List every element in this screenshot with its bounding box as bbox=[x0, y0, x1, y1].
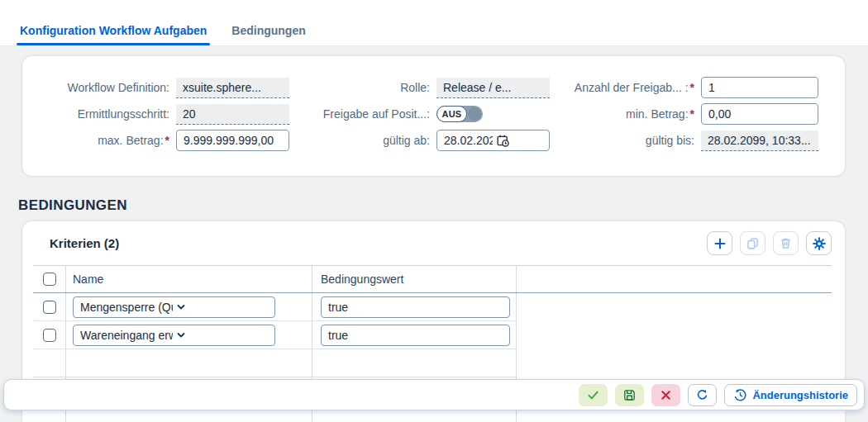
chevron-down-icon bbox=[176, 330, 269, 340]
kriterien-toolbar bbox=[707, 231, 832, 255]
gueltig-ab-value: 28.02.2024, ... bbox=[444, 134, 493, 147]
max-betrag-input[interactable] bbox=[176, 130, 289, 151]
empty-cell bbox=[66, 349, 312, 377]
delete-row-button[interactable] bbox=[773, 231, 799, 255]
row-name-cell: Wareneingang erwartet (GoodsRece... bbox=[66, 321, 312, 349]
tab-bar: Konfiguration Workflow Aufgaben Bedingun… bbox=[0, 0, 868, 46]
table-row: Wareneingang erwartet (GoodsRece... bbox=[33, 321, 832, 349]
row-checkbox[interactable] bbox=[43, 329, 56, 342]
row-empty-cell bbox=[517, 321, 832, 349]
workflow-config-page: Konfiguration Workflow Aufgaben Bedingun… bbox=[0, 0, 868, 422]
tab-konfiguration-workflow-aufgaben[interactable]: Konfiguration Workflow Aufgaben bbox=[18, 24, 208, 45]
close-icon bbox=[660, 389, 672, 401]
row-empty-cell bbox=[517, 293, 832, 321]
freigabe-toggle[interactable]: AUS bbox=[436, 106, 483, 122]
change-history-label: Änderungshistorie bbox=[752, 389, 848, 401]
chevron-down-icon bbox=[176, 302, 269, 312]
row-value-cell bbox=[312, 321, 517, 349]
max-betrag-label-text: max. Betrag: bbox=[98, 134, 163, 147]
toggle-handle: AUS bbox=[436, 106, 467, 122]
row-select-cell bbox=[33, 321, 66, 349]
criterion-name-value: Wareneingang erwartet (GoodsRece... bbox=[80, 329, 173, 342]
freigabe-toggle-wrap: AUS bbox=[436, 106, 550, 122]
row-name-cell: Mengensperre (QuantityBlock) bbox=[66, 293, 312, 321]
table-settings-button[interactable] bbox=[806, 231, 832, 255]
min-betrag-input[interactable] bbox=[701, 103, 818, 125]
column-header-bedingungswert: Bedingungswert bbox=[312, 266, 517, 292]
save-button[interactable] bbox=[615, 384, 644, 406]
change-history-button[interactable]: Änderungshistorie bbox=[724, 384, 857, 406]
kriterien-panel-header: Kriterien (2) bbox=[22, 221, 845, 265]
refresh-button[interactable] bbox=[688, 384, 717, 406]
required-marker: * bbox=[690, 107, 694, 121]
column-header-name: Name bbox=[66, 266, 312, 292]
ermittlungsschritt-text: 20 bbox=[183, 107, 196, 121]
copy-row-button[interactable] bbox=[740, 231, 765, 255]
workflow-definition-text: xsuite.sphere... bbox=[183, 81, 261, 94]
tab-bedingungen[interactable]: Bedingungen bbox=[230, 24, 307, 45]
trash-icon bbox=[779, 236, 793, 250]
workflow-definition-value: xsuite.sphere... bbox=[176, 78, 289, 98]
table-header-row: Name Bedingungswert bbox=[33, 265, 832, 293]
confirm-button[interactable] bbox=[579, 384, 608, 406]
anzahl-freigaben-input[interactable] bbox=[701, 77, 818, 98]
required-marker: * bbox=[165, 134, 169, 147]
max-betrag-label: max. Betrag:* bbox=[31, 134, 169, 147]
table-row: Mengensperre (QuantityBlock) bbox=[33, 293, 832, 321]
anzahl-freigaben-label-text: Anzahl der Freigab... : bbox=[575, 81, 689, 94]
criterion-name-select[interactable]: Wareneingang erwartet (GoodsRece... bbox=[73, 325, 275, 346]
empty-table-row bbox=[33, 349, 832, 377]
ermittlungsschritt-value: 20 bbox=[176, 104, 289, 125]
empty-cell bbox=[33, 349, 66, 377]
rolle-text: Release / e... bbox=[443, 81, 512, 94]
rolle-value: Release / e... bbox=[436, 78, 550, 98]
rolle-label: Rolle: bbox=[296, 81, 430, 94]
kriterien-panel-title: Kriterien (2) bbox=[50, 236, 119, 250]
gueltig-bis-value: 28.02.2099, 10:33... bbox=[701, 130, 818, 151]
ermittlungsschritt-label: Ermittlungsschritt: bbox=[31, 107, 169, 121]
empty-cell bbox=[517, 349, 832, 377]
copy-icon bbox=[746, 236, 760, 250]
workflow-form-grid: Workflow Definition: xsuite.sphere... Ro… bbox=[31, 77, 837, 151]
add-row-button[interactable] bbox=[707, 231, 732, 255]
gueltig-ab-datetime-field[interactable]: 28.02.2024, ... bbox=[436, 130, 550, 151]
row-checkbox[interactable] bbox=[43, 301, 56, 314]
workflow-form-card: Workflow Definition: xsuite.sphere... Ro… bbox=[22, 56, 845, 176]
bedingungen-section-title: BEDINGUNGEN bbox=[18, 197, 127, 214]
min-betrag-label-text: min. Betrag: bbox=[626, 107, 688, 121]
refresh-icon bbox=[695, 388, 709, 402]
gueltig-bis-text: 28.02.2099, 10:33... bbox=[708, 134, 811, 147]
column-header-empty bbox=[517, 266, 832, 292]
save-icon bbox=[622, 388, 637, 402]
gueltig-ab-label: gültig ab: bbox=[296, 134, 430, 147]
empty-cell bbox=[312, 349, 517, 377]
row-select-cell bbox=[33, 293, 66, 321]
min-betrag-label: min. Betrag:* bbox=[556, 107, 694, 121]
select-all-checkbox[interactable] bbox=[43, 273, 56, 286]
freigabe-auf-posit-label: Freigabe auf Posit...: bbox=[296, 107, 430, 121]
row-value-cell bbox=[312, 293, 517, 321]
history-icon bbox=[733, 388, 747, 402]
workflow-definition-label: Workflow Definition: bbox=[31, 81, 169, 94]
gear-icon bbox=[812, 236, 827, 251]
criterion-name-value: Mengensperre (QuantityBlock) bbox=[80, 301, 173, 314]
footer-action-bar: Änderungshistorie bbox=[3, 379, 865, 410]
cancel-button[interactable] bbox=[651, 384, 680, 406]
required-marker: * bbox=[690, 81, 694, 94]
gueltig-bis-label: gültig bis: bbox=[556, 134, 694, 147]
criterion-value-input[interactable] bbox=[321, 325, 510, 346]
criterion-name-select[interactable]: Mengensperre (QuantityBlock) bbox=[73, 296, 275, 318]
anzahl-freigaben-label: Anzahl der Freigab... :* bbox=[556, 81, 694, 94]
select-all-cell bbox=[33, 266, 66, 292]
plus-icon bbox=[713, 236, 727, 251]
calendar-clock-icon[interactable] bbox=[496, 134, 545, 148]
check-icon bbox=[586, 388, 600, 402]
criterion-value-input[interactable] bbox=[321, 296, 510, 318]
toggle-track-dot bbox=[468, 107, 481, 121]
